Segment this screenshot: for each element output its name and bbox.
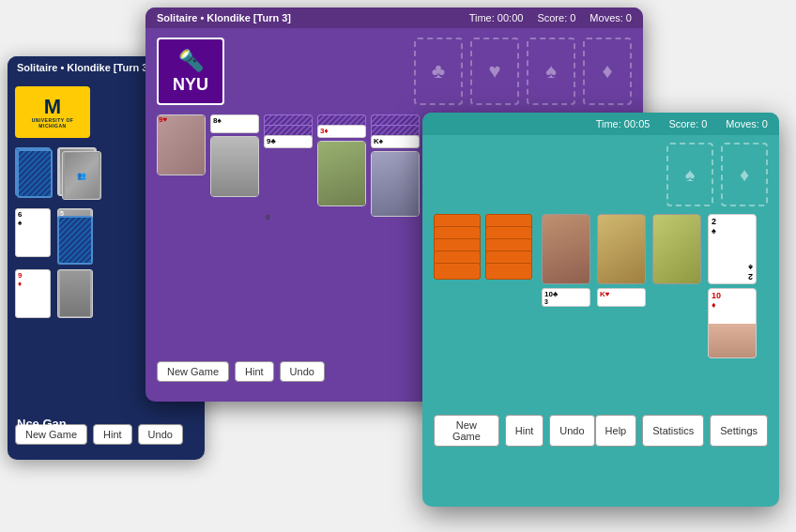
teal-hint-btn[interactable]: Hint bbox=[505, 415, 544, 447]
teal-col5-photo[interactable] bbox=[652, 214, 701, 284]
nyu-new-game-btn[interactable]: New Game bbox=[157, 361, 229, 382]
nyu-time: Time: 00:00 bbox=[469, 12, 524, 23]
teal-col3-photo-bg bbox=[543, 215, 589, 283]
teal-undo-btn[interactable]: Undo bbox=[549, 415, 594, 447]
michigan-undo-btn[interactable]: Undo bbox=[138, 424, 183, 445]
michigan-title: Solitaire • Klondike [Turn 3] bbox=[17, 62, 151, 73]
nyu-hint-btn[interactable]: Hint bbox=[235, 361, 274, 382]
teal-statistics-btn[interactable]: Statistics bbox=[642, 415, 704, 447]
teal-col4-k[interactable]: K♥ bbox=[597, 288, 646, 307]
teal-slot-diamonds[interactable]: ♦ bbox=[721, 143, 768, 206]
nyu-torch-icon: 🔦 bbox=[178, 49, 204, 73]
foundation-hearts[interactable]: ♥ bbox=[470, 38, 519, 105]
teal-orange-2-5 bbox=[485, 263, 532, 280]
teal-col6-2s-b: 2♠ bbox=[748, 263, 753, 281]
teal-game-area: ♠ ♦ bbox=[422, 135, 779, 454]
teal-col6-photo-overlay bbox=[709, 324, 756, 358]
teal-btns-right: Help Statistics Settings bbox=[595, 415, 768, 447]
card-6s[interactable]: 6♠ bbox=[15, 208, 51, 257]
teal-time: Time: 00:05 bbox=[596, 118, 651, 129]
card-9d[interactable]: 9♦ bbox=[15, 269, 51, 318]
nyu-col4-3d[interactable]: 3♦ bbox=[317, 125, 366, 138]
teal-col-6: 2♠ 2♠ 10♦ bbox=[708, 214, 757, 358]
teal-col6-card[interactable]: 2♠ 2♠ bbox=[708, 214, 757, 284]
nyu-col4-photo bbox=[317, 141, 366, 206]
nyu-col2-bg bbox=[211, 137, 258, 196]
teal-col5-photo-bg bbox=[653, 215, 700, 283]
teal-window: Time: 00:05 Score: 0 Moves: 0 ♠ ♦ bbox=[422, 113, 779, 507]
nyu-col1-photo[interactable]: 9♥ bbox=[157, 114, 206, 175]
card-photo-2[interactable] bbox=[57, 269, 93, 318]
nyu-score: Score: 0 bbox=[537, 12, 575, 23]
nyu-col1-val: 9♥ bbox=[159, 115, 167, 124]
nyu-col5-photo bbox=[371, 151, 420, 217]
nyu-col-5: K♠ bbox=[371, 114, 420, 217]
teal-col-4: K♥ bbox=[597, 214, 646, 358]
nyu-col2-top[interactable]: 8♠ bbox=[210, 114, 259, 133]
michigan-hint-btn[interactable]: Hint bbox=[93, 424, 132, 445]
nyu-col-2: 8♠ bbox=[210, 114, 259, 217]
teal-foundation-row: ♠ ♦ bbox=[434, 143, 768, 206]
nyu-col3-sub: 8 bbox=[266, 213, 269, 221]
foundation-diamonds[interactable]: ♦ bbox=[583, 38, 632, 105]
nyu-col5-k[interactable]: K♠ bbox=[371, 135, 420, 148]
nyu-col3-top[interactable]: 9♣ bbox=[264, 135, 313, 148]
nyu-top-bar: Solitaire • Klondike [Turn 3] Time: 00:0… bbox=[145, 8, 643, 28]
michigan-logo: M UNIVERSITY OFMICHIGAN bbox=[15, 86, 90, 138]
nyu-logo: 🔦 NYU bbox=[157, 38, 224, 105]
foundation-clubs[interactable]: ♣ bbox=[414, 38, 463, 105]
nyu-foundation: ♣ ♥ ♠ ♦ bbox=[414, 38, 632, 105]
nyu-col4-bg bbox=[318, 142, 365, 205]
card-6s-val: 6♠ bbox=[18, 210, 22, 227]
nyu-btns-left: New Game Hint Undo bbox=[157, 361, 325, 382]
nyu-col-1: 9♥ bbox=[157, 114, 206, 217]
nyu-col-4: 3♦ bbox=[317, 114, 366, 217]
teal-col4-photo-bg bbox=[598, 215, 645, 283]
teal-new-game-btn[interactable]: New Game bbox=[434, 415, 499, 447]
teal-col-5 bbox=[652, 214, 701, 358]
michigan-subtitle: UNIVERSITY OFMICHIGAN bbox=[32, 117, 74, 129]
teal-help-btn[interactable]: Help bbox=[595, 415, 637, 447]
stock-pile-2 bbox=[17, 149, 53, 198]
nyu-col-3: 9♣ 8 bbox=[264, 114, 313, 217]
nyu-col5-bg bbox=[372, 152, 419, 216]
teal-tableau-area: 10♣ 3 K♥ bbox=[434, 214, 768, 358]
teal-moves: Moves: 0 bbox=[726, 118, 768, 129]
teal-orange-5 bbox=[434, 263, 481, 280]
teal-btns-left: New Game Hint Undo bbox=[434, 415, 595, 447]
teal-slot-spades[interactable]: ♠ bbox=[666, 143, 713, 206]
foundation-spades[interactable]: ♠ bbox=[527, 38, 575, 105]
tab-col-2: 5♦ bbox=[57, 208, 93, 265]
teal-btn-bar: New Game Hint Undo Help Statistics Setti… bbox=[434, 415, 768, 447]
teal-col-3: 10♣ 3 bbox=[542, 214, 590, 358]
nce-gan-label: Nce Gan bbox=[17, 417, 67, 431]
nyu-col2-photo bbox=[210, 136, 259, 197]
teal-col3-photo[interactable] bbox=[542, 214, 590, 284]
teal-info-bar: Time: 00:05 Score: 0 Moves: 0 bbox=[422, 113, 779, 135]
nyu-title: Solitaire • Klondike [Turn 3] bbox=[157, 12, 291, 23]
card-photo-2-bg bbox=[60, 271, 90, 316]
teal-col3-3: 3 bbox=[544, 298, 548, 305]
teal-score: Score: 0 bbox=[668, 118, 707, 129]
teal-col-1 bbox=[434, 214, 481, 358]
nyu-undo-btn[interactable]: Undo bbox=[280, 361, 325, 382]
teal-col6-10d[interactable]: 10♦ bbox=[708, 288, 757, 358]
nyu-stats: Time: 00:00 Score: 0 Moves: 0 bbox=[469, 12, 632, 23]
back-card-1 bbox=[57, 216, 93, 265]
nyu-col1-photo-bg bbox=[158, 115, 205, 175]
teal-col3-10c[interactable]: 10♣ 3 bbox=[542, 288, 590, 307]
michigan-m: M bbox=[44, 97, 61, 117]
card-9d-val: 9♦ bbox=[18, 271, 22, 288]
teal-col6-2s: 2♠ bbox=[712, 217, 716, 236]
nyu-moves: Moves: 0 bbox=[589, 12, 632, 23]
teal-settings-btn[interactable]: Settings bbox=[710, 415, 768, 447]
waste-pile-photo-2: 👥 bbox=[62, 151, 101, 200]
nyu-logo-text: NYU bbox=[173, 75, 208, 95]
teal-col4-photo[interactable] bbox=[597, 214, 646, 284]
teal-col6-10d-val: 10♦ bbox=[712, 291, 721, 310]
teal-col-2 bbox=[485, 214, 532, 358]
photo-placeholder-2: 👥 bbox=[65, 153, 99, 198]
